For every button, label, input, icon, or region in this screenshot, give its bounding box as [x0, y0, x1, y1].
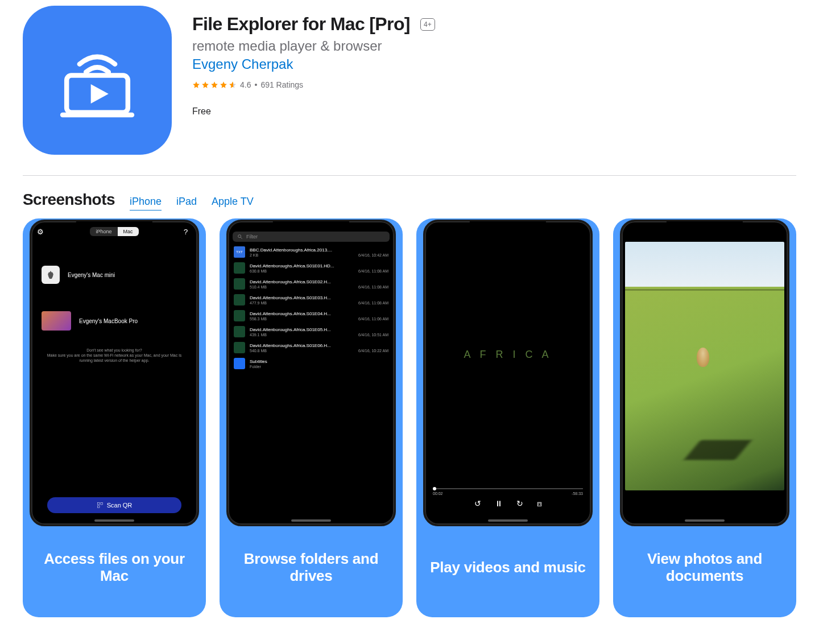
file-row: SubtitlesFolder	[228, 356, 394, 371]
home-indicator-icon	[291, 519, 331, 522]
star-half-icon	[229, 81, 237, 89]
age-rating-badge: 4+	[420, 18, 435, 31]
device-row-macbook: Evgeny's MacBook Pro	[31, 304, 197, 337]
screenshot-caption: Play videos and music	[416, 526, 599, 617]
scan-qr-button: Scan QR	[47, 497, 181, 513]
star-icon	[201, 81, 209, 89]
developer-link[interactable]: Evgeny Cherpak	[192, 56, 796, 72]
svg-rect-3	[101, 503, 103, 505]
filter-field: Filter	[233, 232, 390, 242]
svg-rect-1	[60, 113, 134, 118]
txt-icon: TXT	[234, 246, 245, 258]
home-indicator-icon	[685, 519, 725, 522]
video-title: A F R I C A	[425, 221, 591, 488]
vid-icon	[234, 278, 245, 290]
stars-icon	[192, 81, 237, 89]
file-date: 6/4/16, 10:22 AM	[358, 349, 388, 353]
macbook-icon	[42, 311, 71, 331]
tab-iphone[interactable]: iPhone	[130, 196, 162, 210]
seg-iphone: iPhone	[90, 227, 117, 236]
file-size: 2 KB	[250, 253, 258, 257]
device-row-mac-mini: Evgeny's Mac mini	[31, 259, 197, 291]
file-size: Folder	[250, 365, 261, 369]
file-name: BBC.David.Attenboroughs.Africa.2013....	[250, 247, 388, 253]
search-icon	[237, 234, 243, 240]
svg-rect-4	[97, 506, 100, 508]
gear-icon: ⚙	[37, 228, 45, 236]
seg-mac: Mac	[118, 227, 139, 236]
file-row: David.Attenboroughs.Africa.S01E06.H...54…	[228, 340, 394, 356]
tab-apple-tv[interactable]: Apple TV	[212, 196, 254, 210]
file-row: David.Attenboroughs.Africa.S01E05.H...43…	[228, 324, 394, 340]
screenshot-caption: Access files on your Mac	[23, 526, 206, 617]
file-row: David.Attenboroughs.Africa.S01E01.HD...6…	[228, 260, 394, 276]
airplay-icon: ⧈	[537, 499, 542, 509]
file-date: 6/4/16, 10:51 AM	[358, 333, 388, 337]
file-date: 6/4/16, 10:42 AM	[358, 253, 388, 257]
file-size: 630.8 MB	[250, 269, 267, 273]
screenshots-heading: Screenshots	[23, 191, 115, 209]
dog-icon	[697, 348, 709, 367]
hint-text: Don't see what you looking for? Make sur…	[31, 348, 197, 363]
file-size: 540.8 MB	[250, 349, 267, 353]
star-icon	[210, 81, 218, 89]
screenshot-caption: Browse folders and drives	[220, 526, 403, 617]
remaining-time: -58:33	[572, 492, 583, 496]
app-title: File Explorer for Mac [Pro]	[192, 14, 410, 35]
ratings-count: 691 Ratings	[260, 80, 303, 89]
forward-icon: ↻	[516, 499, 523, 509]
photo-preview	[625, 242, 784, 490]
app-subtitle: remote media player & browser	[192, 38, 796, 54]
screenshot-4[interactable]: View photos and documents	[613, 218, 796, 617]
rating-value: 4.6	[240, 80, 251, 89]
qr-icon	[97, 502, 104, 509]
file-row: TXTBBC.David.Attenboroughs.Africa.2013..…	[228, 244, 394, 260]
app-icon	[23, 6, 172, 155]
rewind-icon: ↺	[474, 499, 481, 509]
screenshot-1[interactable]: ⚙ iPhone Mac ? Evgeny's Mac mini Evgeny'…	[23, 218, 206, 617]
screenshot-caption: View photos and documents	[613, 526, 796, 617]
help-icon: ?	[184, 228, 192, 236]
svg-rect-2	[97, 503, 100, 505]
vid-icon	[234, 262, 245, 274]
file-date: 6/4/16, 11:08 AM	[358, 269, 388, 273]
screenshot-3[interactable]: A F R I C A 00:02 -58:33 ↺ ⏸ ↻ ⧈ Play vi…	[416, 218, 599, 617]
file-name: David.Attenboroughs.Africa.S01E06.H...	[250, 343, 388, 348]
file-size: 510.4 MB	[250, 285, 267, 289]
folder-icon	[234, 358, 245, 369]
vid-icon	[234, 310, 245, 321]
file-row: David.Attenboroughs.Africa.S01E04.H...55…	[228, 308, 394, 324]
vid-icon	[234, 342, 245, 353]
svg-line-6	[241, 237, 242, 239]
home-indicator-icon	[488, 519, 528, 522]
file-name: David.Attenboroughs.Africa.S01E04.H...	[250, 311, 388, 316]
file-size: 477.9 MB	[250, 301, 267, 305]
file-name: David.Attenboroughs.Africa.S01E03.H...	[250, 295, 388, 300]
mac-mini-icon	[42, 266, 60, 284]
file-size: 439.1 MB	[250, 333, 267, 337]
file-date: 6/4/16, 11:08 AM	[358, 285, 388, 289]
screenshot-2[interactable]: Filter TXTBBC.David.Attenboroughs.Africa…	[220, 218, 403, 617]
file-date: 6/4/16, 11:06 AM	[358, 317, 388, 321]
file-name: David.Attenboroughs.Africa.S01E05.H...	[250, 327, 388, 332]
star-icon	[192, 81, 200, 89]
vid-icon	[234, 294, 245, 306]
price-label: Free	[192, 106, 796, 117]
file-name: David.Attenboroughs.Africa.S01E01.HD...	[250, 263, 388, 269]
file-size: 558.3 MB	[250, 317, 267, 321]
vid-icon	[234, 326, 245, 337]
home-indicator-icon	[94, 519, 134, 522]
device-segmented-control: iPhone Mac	[90, 227, 138, 236]
file-name: Subtitles	[250, 359, 388, 364]
file-date: 6/4/16, 11:08 AM	[358, 301, 388, 305]
progress-bar	[433, 488, 583, 489]
star-icon	[220, 81, 228, 89]
elapsed-time: 00:02	[433, 492, 443, 496]
rating-row: 4.6 • 691 Ratings	[192, 80, 796, 89]
svg-point-5	[238, 235, 241, 238]
file-name: David.Attenboroughs.Africa.S01E02.H...	[250, 279, 388, 284]
file-row: David.Attenboroughs.Africa.S01E03.H...47…	[228, 292, 394, 308]
pause-icon: ⏸	[495, 499, 503, 509]
file-row: David.Attenboroughs.Africa.S01E02.H...51…	[228, 276, 394, 292]
tab-ipad[interactable]: iPad	[176, 196, 197, 210]
